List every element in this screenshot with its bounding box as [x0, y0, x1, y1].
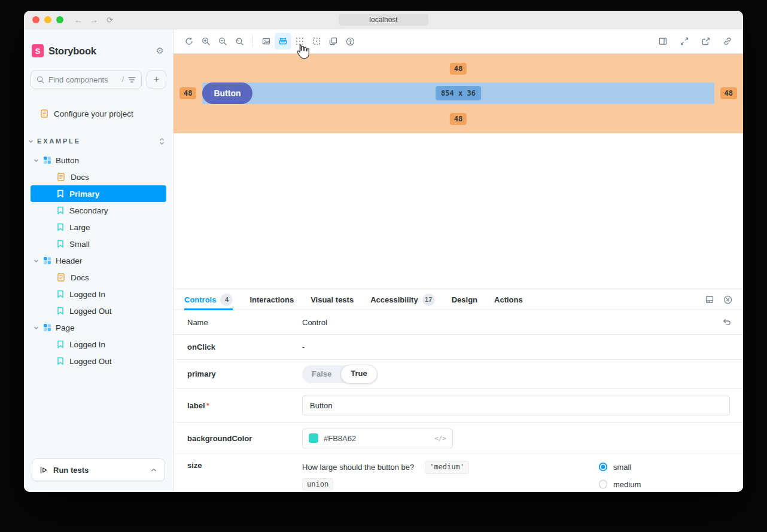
sidebar-item-label: Logged In	[69, 290, 105, 299]
sidebar-item-button-small[interactable]: Small	[31, 236, 166, 252]
traffic-lights	[32, 16, 63, 23]
column-header-control: Control	[302, 318, 743, 327]
story-button[interactable]: Button	[202, 82, 252, 104]
preview-area: 48 48 48 48 Button 854 x 36 Contr	[174, 29, 743, 492]
address-bar-url: localhost	[369, 16, 397, 24]
address-bar[interactable]: localhost	[339, 14, 428, 26]
radio-unselected-icon	[598, 479, 608, 489]
tab-controls-badge: 4	[220, 293, 233, 306]
close-panel-icon[interactable]	[723, 295, 732, 304]
search-input[interactable]: Find components /	[31, 71, 142, 88]
zoom-out-icon[interactable]	[214, 33, 231, 50]
fullscreen-icon[interactable]	[676, 33, 693, 50]
panel-position-icon[interactable]	[705, 295, 714, 304]
tab-interactions[interactable]: Interactions	[249, 289, 294, 310]
run-tests-icon	[40, 466, 48, 474]
browser-titlebar: ← → ⟳ localhost	[24, 11, 743, 29]
chevron-down-icon	[34, 158, 39, 163]
control-name: onClick	[174, 343, 302, 351]
measure-margin-bottom-label: 48	[450, 113, 467, 125]
reset-controls-icon[interactable]	[722, 319, 731, 326]
control-row-background-color: backgroundColor #FB8A62 </>	[174, 423, 743, 454]
run-tests-button[interactable]: Run tests	[32, 458, 165, 481]
copy-link-icon[interactable]	[719, 33, 736, 50]
radio-option-small[interactable]: small	[598, 462, 743, 472]
sidebar-item-button-primary[interactable]: Primary	[31, 185, 166, 202]
color-swatch[interactable]	[309, 433, 318, 443]
search-icon	[36, 76, 44, 84]
create-story-button[interactable]: +	[147, 71, 166, 88]
sidebar-item-header-logged-out[interactable]: Logged Out	[31, 302, 166, 319]
collapse-expand-all-icon[interactable]	[159, 137, 165, 145]
control-row-size: size How large should the button be? 'me…	[174, 454, 743, 492]
sidebar-item-label: Header	[56, 256, 82, 265]
raw-value-toggle-icon[interactable]: </>	[434, 435, 446, 442]
grid-icon[interactable]	[291, 33, 308, 50]
sidebar-item-button-docs[interactable]: Docs	[31, 169, 166, 185]
sidebar-item-label: Primary	[69, 189, 99, 198]
sidebar-item-button-secondary[interactable]: Secondary	[31, 202, 166, 219]
story-bookmark-icon	[57, 307, 64, 315]
sidebar-item-header-logged-in[interactable]: Logged In	[31, 286, 166, 302]
sidebar-item-label: Docs	[71, 273, 89, 282]
control-name: primary	[174, 369, 302, 378]
tab-label: Visual tests	[311, 295, 354, 304]
viewport-icon[interactable]	[325, 33, 342, 50]
browser-forward-icon[interactable]: →	[90, 16, 98, 24]
toggle-true-option[interactable]: True	[340, 365, 377, 384]
sidebar-item-label: Large	[69, 223, 90, 232]
color-picker-input[interactable]: #FB8A62 </>	[302, 429, 453, 448]
zoom-window-button[interactable]	[56, 16, 63, 23]
control-name: size	[174, 461, 302, 470]
sidebar-item-button[interactable]: Button	[31, 152, 166, 169]
section-label: EXAMPLE	[37, 137, 81, 145]
toggle-false-option[interactable]: False	[302, 365, 341, 383]
filter-icon[interactable]	[128, 77, 136, 83]
sidebar-item-header[interactable]: Header	[31, 252, 166, 269]
remount-component-icon[interactable]	[181, 33, 197, 50]
zoom-reset-icon[interactable]	[231, 33, 248, 50]
sidebar-section-example[interactable]: EXAMPLE	[28, 134, 165, 148]
search-shortcut-hint: /	[122, 75, 124, 84]
sidebar-item-page[interactable]: Page	[31, 319, 166, 336]
chevron-down-icon	[34, 258, 39, 264]
close-window-button[interactable]	[32, 16, 39, 23]
open-in-new-tab-icon[interactable]	[698, 33, 714, 50]
sidebar-item-configure-project[interactable]: Configure your project	[24, 106, 173, 121]
browser-reload-icon[interactable]: ⟳	[106, 16, 113, 24]
label-text-input[interactable]: Button	[302, 396, 730, 415]
accessibility-icon[interactable]	[342, 33, 358, 50]
sidebar-item-label: Logged In	[69, 340, 105, 349]
browser-back-icon[interactable]: ←	[74, 16, 83, 24]
tab-design[interactable]: Design	[452, 289, 477, 310]
control-row-label: label* Button	[174, 389, 743, 423]
tab-visual-tests[interactable]: Visual tests	[311, 289, 354, 310]
addons-panel: Controls 4 Interactions Visual tests Acc…	[174, 289, 743, 492]
tab-controls[interactable]: Controls 4	[184, 289, 233, 310]
gear-icon[interactable]: ⚙	[156, 45, 164, 56]
measure-margin-overlay: 48 48 48 48 Button 854 x 36	[174, 54, 743, 133]
radio-option-medium[interactable]: medium	[598, 479, 743, 489]
chevron-up-icon	[151, 468, 157, 472]
story-canvas[interactable]: 48 48 48 48 Button 854 x 36	[174, 54, 743, 289]
measure-icon[interactable]	[275, 33, 291, 50]
sidebar-item-header-docs[interactable]: Docs	[31, 269, 166, 286]
control-description: How large should the button be?	[302, 463, 414, 472]
controls-table-header: Name Control	[174, 310, 743, 335]
sidebar-tree: Button Docs Primary Secondary	[24, 152, 173, 369]
backgrounds-icon[interactable]	[258, 33, 275, 50]
story-bookmark-icon	[57, 340, 64, 348]
tab-accessibility[interactable]: Accessibility 17	[370, 289, 435, 310]
control-name: backgroundColor	[174, 434, 302, 443]
label-text-input-value: Button	[310, 401, 333, 410]
chevron-down-icon	[28, 139, 34, 144]
outline-icon[interactable]	[308, 33, 325, 50]
sidebar-item-page-logged-out[interactable]: Logged Out	[31, 353, 166, 369]
sidebar-item-button-large[interactable]: Large	[31, 219, 166, 236]
sidebar-item-page-logged-in[interactable]: Logged In	[31, 336, 166, 353]
toggle-addons-panel-icon[interactable]	[655, 33, 671, 50]
minimize-window-button[interactable]	[44, 16, 51, 23]
tab-actions[interactable]: Actions	[494, 289, 523, 310]
boolean-toggle[interactable]: False True	[302, 365, 377, 383]
zoom-in-icon[interactable]	[197, 33, 214, 50]
